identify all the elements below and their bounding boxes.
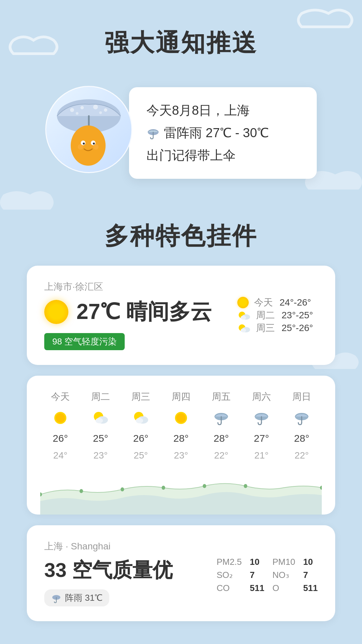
widget-current-weather: 上海市·徐汇区 27℃ 晴间多云 98 空气轻度污染 今天24°-26°周二23… bbox=[27, 266, 335, 365]
air-city: 上海 · Shanghai bbox=[44, 540, 318, 553]
bubble-line2-text: 雷阵雨 27℃ - 30℃ bbox=[164, 124, 269, 142]
svg-point-2 bbox=[80, 106, 84, 109]
weekly-day-icon bbox=[253, 409, 270, 427]
weekly-day-icon bbox=[52, 409, 69, 427]
svg-point-5 bbox=[76, 112, 78, 115]
air-pollutant-value: 511 bbox=[303, 583, 318, 593]
weekly-day-high: 26° bbox=[53, 433, 68, 444]
svg-point-1 bbox=[70, 108, 74, 112]
current-temp-desc: 27℃ 晴间多云 bbox=[76, 297, 212, 326]
air-pollutant-value: 10 bbox=[250, 557, 264, 567]
svg-point-19 bbox=[241, 316, 246, 320]
air-pollutant-name: PM10 bbox=[273, 557, 295, 567]
forecast-day-label: 周三 bbox=[256, 322, 276, 334]
weekly-day-icon bbox=[213, 409, 230, 427]
svg-point-4 bbox=[104, 108, 107, 112]
air-left: 33 空气质量优 阵雨 31℃ bbox=[44, 557, 173, 606]
forecast-day-icon bbox=[237, 310, 251, 321]
weekly-day-label: 今天 bbox=[51, 390, 70, 403]
current-main: 27℃ 晴间多云 bbox=[44, 297, 237, 326]
forecast-row: 今天24°-26° bbox=[237, 296, 313, 309]
widget-air-quality: 上海 · Shanghai 33 空气质量优 阵雨 31℃ bbox=[27, 525, 335, 621]
svg-point-43 bbox=[203, 484, 206, 488]
current-forecast-right: 今天24°-26°周二23°-25°周三25°-26° bbox=[237, 296, 318, 334]
weekly-day-high: 27° bbox=[254, 433, 269, 444]
forecast-day-icon bbox=[237, 322, 251, 334]
svg-point-13 bbox=[78, 144, 83, 150]
weekly-day-low: 23° bbox=[174, 450, 188, 461]
air-pollutant-name: O bbox=[273, 583, 295, 593]
svg-point-42 bbox=[162, 486, 165, 490]
sun-icon-large bbox=[44, 300, 68, 324]
weekly-day-col: 周四28°23° bbox=[164, 390, 198, 461]
forecast-row: 周二23°-25° bbox=[237, 309, 313, 322]
current-city: 上海市·徐汇区 bbox=[44, 280, 237, 293]
mascot-circle bbox=[45, 86, 132, 173]
weekly-day-low: 25° bbox=[134, 450, 148, 461]
svg-point-3 bbox=[93, 105, 98, 109]
forecast-day-label: 周二 bbox=[256, 309, 276, 322]
weekly-day-high: 28° bbox=[214, 433, 229, 444]
notification-title: 强大通知推送 bbox=[0, 27, 362, 59]
air-pollutant-name: PM2.5 bbox=[217, 557, 242, 567]
air-weather-badge: 阵雨 31℃ bbox=[44, 589, 109, 606]
weekly-day-label: 周日 bbox=[292, 390, 311, 403]
forecast-day-label: 今天 bbox=[254, 296, 274, 309]
weekly-day-low: 24° bbox=[53, 450, 67, 461]
svg-point-40 bbox=[79, 489, 83, 493]
air-pollutant-name: NO₃ bbox=[273, 570, 295, 580]
section-notification: 强大通知推送 bbox=[0, 0, 362, 200]
svg-point-27 bbox=[96, 418, 103, 423]
weekly-day-high: 25° bbox=[93, 433, 108, 444]
weekly-day-high: 28° bbox=[173, 433, 188, 444]
bubble-line2: 雷阵雨 27℃ - 30℃ bbox=[146, 124, 299, 142]
air-weather-text: 阵雨 31℃ bbox=[65, 592, 103, 604]
mascot-wrapper bbox=[45, 86, 139, 180]
forecast-day-range: 25°-26° bbox=[282, 323, 313, 333]
weekly-day-col: 今天26°24° bbox=[44, 390, 77, 461]
notification-demo: 今天8月8日，上海 雷阵雨 27℃ - 30℃ 出门记得带上伞 bbox=[0, 86, 362, 180]
weekly-day-icon bbox=[172, 409, 190, 427]
svg-point-30 bbox=[136, 418, 143, 423]
forecast-day-icon bbox=[237, 297, 249, 308]
air-pollutant-name: CO bbox=[217, 583, 242, 593]
weekly-day-col: 周五28°22° bbox=[204, 390, 238, 461]
weekly-day-icon bbox=[293, 409, 310, 427]
weekly-day-icon bbox=[92, 409, 109, 427]
current-weather-left: 上海市·徐汇区 27℃ 晴间多云 98 空气轻度污染 bbox=[44, 280, 237, 350]
forecast-day-range: 24°-26° bbox=[280, 297, 311, 308]
svg-point-8 bbox=[71, 125, 106, 166]
svg-point-11 bbox=[83, 143, 85, 145]
air-pollutant-name: SO₂ bbox=[217, 570, 242, 580]
widgets-title: 多种特色挂件 bbox=[0, 220, 362, 252]
svg-point-32 bbox=[176, 413, 186, 423]
weekly-day-label: 周五 bbox=[212, 390, 231, 403]
air-pollutants: PM2.510PM1010SO₂7NO₃7CO511O511 bbox=[217, 557, 318, 593]
speech-bubble: 今天8月8日，上海 雷阵雨 27℃ - 30℃ 出门记得带上伞 bbox=[129, 87, 317, 179]
svg-point-6 bbox=[99, 111, 102, 114]
svg-point-24 bbox=[56, 413, 65, 423]
air-pollutant-value: 10 bbox=[303, 557, 318, 567]
weekly-day-col: 周二25°23° bbox=[84, 390, 117, 461]
weekly-day-low: 22° bbox=[295, 450, 309, 461]
weekly-day-low: 21° bbox=[254, 450, 268, 461]
svg-point-44 bbox=[244, 484, 247, 488]
umbrella-air-icon bbox=[51, 593, 62, 603]
forecast-day-range: 23°-25° bbox=[282, 310, 313, 321]
widget-weekly-forecast: 今天26°24°周二25°23°周三26°25°周四28°23°周五28°22°… bbox=[27, 376, 335, 515]
weekly-day-label: 周四 bbox=[172, 390, 190, 403]
weekly-day-icon bbox=[132, 409, 149, 427]
weekly-day-low: 22° bbox=[214, 450, 228, 461]
svg-point-14 bbox=[93, 144, 99, 150]
forecast-rows: 今天24°-26°周二23°-25°周三25°-26° bbox=[237, 296, 313, 334]
air-score-desc: 33 空气质量优 bbox=[44, 557, 173, 584]
weekly-day-label: 周三 bbox=[131, 390, 150, 403]
forecast-row: 周三25°-26° bbox=[237, 322, 313, 334]
weekly-day-high: 26° bbox=[133, 433, 148, 444]
bubble-line3: 出门记得带上伞 bbox=[146, 147, 299, 164]
umbrella-icon bbox=[146, 126, 160, 140]
bubble-line1: 今天8月8日，上海 bbox=[146, 102, 299, 119]
air-pollutant-value: 7 bbox=[303, 570, 318, 580]
svg-point-12 bbox=[93, 143, 95, 145]
weekly-day-high: 28° bbox=[294, 433, 309, 444]
